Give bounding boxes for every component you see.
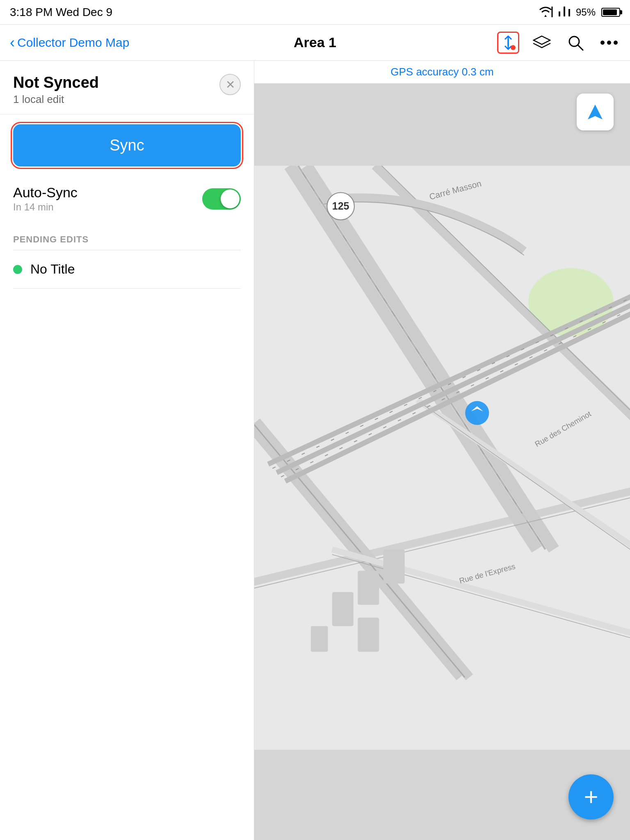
sync-status: Not Synced 1 local edit [13,74,99,106]
gps-bar: GPS accuracy 0.3 cm [254,61,630,84]
svg-point-41 [465,401,489,425]
pending-item-label: No Title [30,262,75,277]
svg-rect-39 [358,618,379,652]
sync-action-button[interactable]: Sync [13,124,241,167]
status-bar: 3:18 PM Wed Dec 9 95% [0,0,630,25]
svg-marker-46 [588,105,603,119]
plus-icon: + [584,785,598,809]
sync-button[interactable] [497,32,519,54]
svg-point-9 [600,41,605,45]
svg-text:125: 125 [332,200,349,212]
svg-rect-36 [358,571,379,605]
map-area: GPS accuracy 0.3 cm [254,61,630,840]
map-top-band [254,84,630,166]
sync-status-subtitle: 1 local edit [13,93,99,106]
battery-icon [601,8,620,17]
status-time: 3:18 PM Wed Dec 9 [10,6,112,19]
auto-sync-label: Auto-Sync [13,185,78,201]
svg-line-8 [578,45,583,50]
wifi-icon [538,6,553,19]
battery-percent: 95% [576,7,596,18]
signal-icon [559,6,570,19]
auto-sync-sub: In 14 min [13,201,78,213]
close-button[interactable]: ✕ [219,74,241,95]
status-right: 95% [538,6,620,19]
left-panel: Not Synced 1 local edit ✕ Sync Auto-Sync… [0,61,254,840]
nav-title: Area 1 [213,34,417,50]
svg-point-10 [607,41,611,45]
nav-actions [417,32,620,54]
svg-point-11 [614,41,618,45]
back-button[interactable]: ‹ Collector Demo Map [10,35,213,50]
svg-rect-37 [383,549,405,583]
pending-edits-section: PENDING EDITS No Title [0,221,254,289]
svg-rect-40 [311,626,328,652]
chevron-left-icon: ‹ [10,35,15,50]
sync-button-wrap: Sync [0,114,254,176]
map-content[interactable]: 125 [254,166,630,750]
auto-sync-toggle[interactable] [202,188,241,210]
nav-bar: ‹ Collector Demo Map Area 1 [0,25,630,61]
pending-edits-label: PENDING EDITS [13,234,241,245]
svg-marker-3 [568,9,570,16]
gps-accuracy: GPS accuracy 0.3 cm [390,66,493,78]
pending-item[interactable]: No Title [13,250,241,289]
pending-dot-icon [13,265,22,274]
add-feature-button[interactable]: + [568,774,614,819]
location-button[interactable] [577,94,614,130]
svg-rect-38 [332,592,354,626]
toggle-knob [221,189,240,208]
layers-button[interactable] [531,32,553,54]
svg-marker-2 [559,11,560,16]
back-label: Collector Demo Map [17,36,129,50]
search-button[interactable] [564,32,587,54]
sync-header: Not Synced 1 local edit ✕ [0,61,254,114]
svg-marker-1 [564,7,565,16]
sync-status-title: Not Synced [13,74,99,91]
svg-point-6 [511,45,516,50]
auto-sync-row: Auto-Sync In 14 min [0,176,254,221]
more-button[interactable] [598,32,620,54]
